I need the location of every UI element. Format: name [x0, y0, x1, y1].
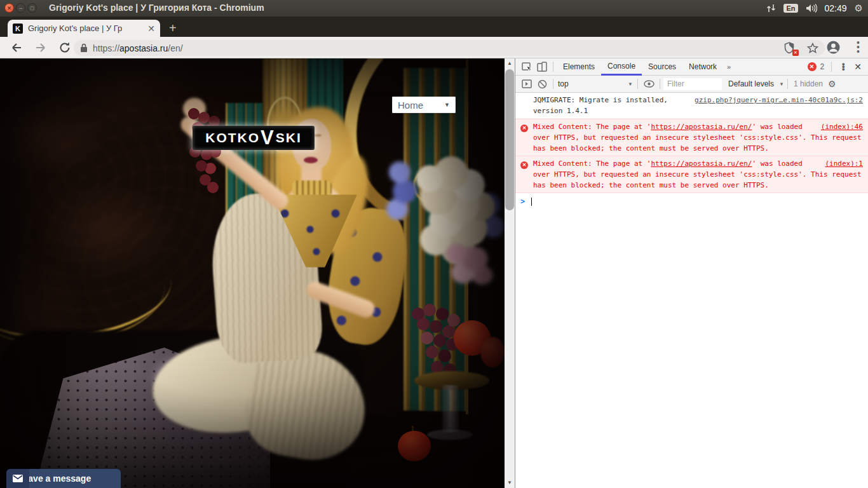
- titlebar: ✕ – ▢ Grigoriy Kot's place | У Григория …: [0, 0, 868, 17]
- window-close-button[interactable]: ✕: [4, 3, 14, 13]
- back-icon[interactable]: [10, 41, 23, 54]
- devtools-tabrow-right: ✕ 2 ••• ✕: [808, 62, 864, 72]
- tab-console[interactable]: Console: [601, 58, 642, 76]
- clear-console-icon[interactable]: [534, 78, 550, 90]
- window-title: Grigoriy Kot's place | У Григория Кота -…: [49, 3, 264, 13]
- error-text: Mixed Content: The page at ': [533, 159, 651, 168]
- hidden-messages-label: 1 hidden: [794, 79, 823, 88]
- levels-value: Default levels: [728, 79, 774, 88]
- context-selector[interactable]: top ▼: [558, 79, 633, 88]
- error-gutter: ✕: [520, 158, 533, 191]
- scroll-up-icon[interactable]: ▲: [505, 58, 515, 69]
- scroll-down-icon[interactable]: ▼: [505, 478, 515, 488]
- console-toolbar: top ▼ Default levels ▼ 1 hidden ⚙: [515, 76, 868, 93]
- inspect-element-icon[interactable]: [519, 60, 534, 73]
- photo-fruit-bowl: [442, 385, 459, 432]
- separator: [787, 79, 788, 89]
- separator: [637, 79, 638, 89]
- console-error-row[interactable]: ✕ (index):1 Mixed Content: The page at '…: [515, 156, 868, 193]
- navigation-toolbar: https://apostasia.ru/en/ ✕ •••: [0, 37, 868, 58]
- logo-text: KOTKO: [205, 130, 260, 146]
- photo-wallpaper: [403, 68, 470, 411]
- tab-sources[interactable]: Sources: [642, 58, 682, 76]
- error-icon: ✕: [520, 125, 528, 132]
- new-tab-button[interactable]: +: [169, 22, 177, 34]
- blocked-content-shield-icon[interactable]: ✕: [784, 42, 797, 55]
- tab-close-icon[interactable]: ✕: [147, 24, 155, 33]
- devtools-menu-icon[interactable]: •••: [839, 63, 848, 71]
- window-maximize-button[interactable]: ▢: [27, 3, 37, 13]
- separator: [660, 79, 660, 89]
- error-count: 2: [820, 62, 825, 71]
- error-url-link[interactable]: https://apostasia.ru/en/: [651, 159, 752, 168]
- console-error-row[interactable]: ✕ (index):46 Mixed Content: The page at …: [515, 119, 868, 156]
- browser-tab[interactable]: K Grigoriy Kot's place | У Гр ✕: [8, 20, 160, 37]
- photo-apple: [398, 431, 431, 461]
- browser-menu-icon[interactable]: •••: [857, 41, 859, 54]
- page-nav-select[interactable]: Home ▼: [392, 97, 456, 113]
- error-url-link[interactable]: https://apostasia.ru/en/: [651, 123, 752, 131]
- keyboard-layout-indicator[interactable]: En: [783, 4, 797, 13]
- window-minimize-button[interactable]: –: [16, 3, 25, 13]
- address-bar[interactable]: https://apostasia.ru/en/ ✕: [74, 40, 825, 56]
- error-gutter: ✕: [520, 121, 533, 154]
- console-prompt[interactable]: >: [515, 193, 868, 210]
- separator: [553, 79, 553, 89]
- logo-text: V: [261, 126, 275, 149]
- error-text: Mixed Content: The page at ': [533, 123, 651, 131]
- url-text[interactable]: https://apostasia.ru/en/: [93, 43, 183, 53]
- tab-favicon: K: [13, 24, 23, 34]
- photo-flowers-cream: [416, 165, 443, 192]
- forward-icon[interactable]: [34, 41, 47, 54]
- devtools-panel: Elements Console Sources Network » ✕ 2 •…: [515, 58, 868, 488]
- source-link[interactable]: (index):46: [821, 121, 863, 132]
- error-badge-icon[interactable]: ✕: [808, 62, 817, 71]
- console-messages: gzip.php?jquery-migr…e.min-40c01a9c.js:2…: [515, 93, 868, 210]
- context-value: top: [558, 79, 569, 88]
- photo-flowers-pink: [446, 244, 468, 263]
- separator: [831, 62, 832, 72]
- console-settings-gear-icon[interactable]: ⚙: [828, 79, 836, 89]
- console-filter-input[interactable]: [663, 78, 722, 90]
- photo-lips: [304, 157, 318, 163]
- prompt-chevron-icon: >: [520, 196, 525, 207]
- profile-avatar-icon[interactable]: [827, 41, 840, 54]
- photo-fruit-bowl: [427, 430, 473, 440]
- photo-grapes: [188, 108, 200, 119]
- log-levels-dropdown[interactable]: Default levels ▼: [728, 79, 784, 88]
- log-gutter: [520, 95, 533, 116]
- error-icon: ✕: [520, 161, 528, 169]
- clock[interactable]: 02:49: [825, 3, 847, 13]
- console-sidebar-icon[interactable]: [519, 78, 534, 90]
- omnibox-actions: ✕: [784, 42, 818, 55]
- volume-icon[interactable]: [806, 4, 817, 13]
- network-arrows-icon[interactable]: [766, 4, 776, 13]
- envelope-icon: [6, 469, 29, 488]
- page-scrollbar[interactable]: ▲ ▼: [505, 58, 515, 488]
- source-link[interactable]: gzip.php?jquery-migr…e.min-40c01a9c.js:2: [695, 95, 863, 105]
- session-gear-icon[interactable]: ⚙: [855, 3, 863, 14]
- console-log-row[interactable]: gzip.php?jquery-migr…e.min-40c01a9c.js:2…: [515, 93, 868, 119]
- reload-icon[interactable]: [58, 41, 71, 54]
- tab-elements[interactable]: Elements: [557, 58, 601, 76]
- devtools-close-icon[interactable]: ✕: [854, 62, 862, 72]
- source-link[interactable]: (index):1: [825, 158, 863, 169]
- dropdown-caret-icon: ▼: [779, 81, 784, 87]
- site-logo[interactable]: KOTKOVSKI: [193, 126, 315, 150]
- more-tabs-icon[interactable]: »: [723, 63, 735, 71]
- url-host: apostasia.ru: [119, 43, 168, 53]
- chat-widget[interactable]: Leave a message: [6, 469, 121, 488]
- separator: [553, 62, 553, 72]
- bookmark-star-icon[interactable]: [807, 43, 818, 54]
- scrollbar-thumb[interactable]: [505, 69, 514, 210]
- system-tray: En 02:49 ⚙: [766, 0, 863, 17]
- device-toolbar-icon[interactable]: [534, 60, 550, 73]
- tab-network[interactable]: Network: [682, 58, 723, 76]
- padlock-icon[interactable]: [80, 43, 88, 53]
- live-expression-eye-icon[interactable]: [641, 78, 656, 90]
- content-area: KOTKOVSKI Home ▼ Leave a message ▲ ▼ Ele: [0, 58, 868, 488]
- tab-title-fade: [126, 20, 141, 37]
- dropdown-caret-icon: ▼: [628, 81, 633, 87]
- hero-photo: KOTKOVSKI Home ▼ Leave a message: [0, 58, 505, 488]
- log-text: JQMIGRATE: Migrate is installed, version…: [533, 96, 668, 115]
